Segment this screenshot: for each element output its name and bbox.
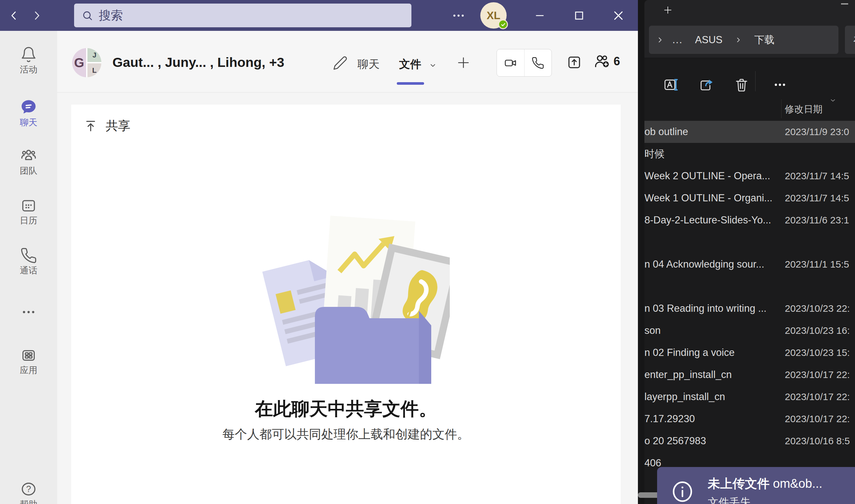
close-button[interactable]	[606, 0, 631, 31]
sidebar-item-calls[interactable]: 通话	[0, 247, 57, 275]
file-row[interactable]	[644, 275, 855, 298]
explorer-minimize-button[interactable]	[841, 3, 848, 4]
chevron-down-icon	[428, 61, 437, 70]
toast-title-rest: om&ob...	[769, 477, 822, 490]
audio-call-button[interactable]	[524, 49, 552, 76]
breadcrumb-item-asus[interactable]: ASUS	[695, 34, 722, 46]
sidebar-item-teams[interactable]: 团队	[0, 147, 57, 175]
avatar-letter-j: J	[87, 48, 101, 62]
share-screen-button[interactable]	[564, 52, 584, 72]
breadcrumb-ellipsis[interactable]: ...	[673, 34, 683, 46]
file-date-modified: 2023/10/23 15:	[785, 347, 850, 358]
toast-title: 未上传文件	[708, 477, 769, 490]
phone-icon	[20, 247, 37, 264]
file-row[interactable]: 时候	[644, 143, 855, 165]
maximize-icon	[573, 9, 586, 22]
maximize-button[interactable]	[566, 0, 592, 31]
delete-button[interactable]	[732, 76, 751, 94]
chat-bubble-icon	[19, 98, 38, 116]
minimize-icon	[533, 9, 546, 22]
file-row[interactable]: 8-Day-2-Lecture-Slides-Yo...2023/11/6 23…	[644, 209, 855, 231]
rename-button[interactable]	[662, 76, 680, 94]
file-row[interactable]: o 20 25679832023/10/16 8:5	[644, 430, 855, 452]
sidebar-item-label: 日历	[20, 216, 37, 225]
see-more-button[interactable]	[771, 76, 789, 94]
file-row[interactable]: Week 1 OUTLINE - Organi...2023/11/7 14:5	[644, 187, 855, 209]
back-button[interactable]	[3, 0, 25, 31]
search-input[interactable]: 搜索	[74, 4, 412, 27]
sidebar-more-button[interactable]	[0, 304, 57, 321]
tab-chat[interactable]: 聊天	[357, 57, 380, 72]
ellipsis-icon	[451, 8, 466, 23]
sidebar-item-activity[interactable]: 活动	[0, 46, 57, 74]
toast-text: 未上传文件 om&ob... 文件丢失	[708, 475, 822, 504]
file-date-modified: 2023/10/17 22:	[785, 369, 850, 380]
column-header-row: 修改日期	[644, 97, 855, 121]
file-row[interactable]: layerpp_install_cn2023/10/17 22:	[644, 386, 855, 408]
empty-state-illustration	[242, 202, 450, 384]
notification-toast[interactable]: 未上传文件 om&ob... 文件丢失	[657, 467, 855, 504]
file-row[interactable]: n 03 Reading into writing ...2023/10/23 …	[644, 298, 855, 320]
file-row[interactable]: enter_pp_install_cn2023/10/17 22:	[644, 364, 855, 386]
file-name: ob outline	[644, 126, 688, 138]
participants-button[interactable]: 6	[593, 52, 620, 70]
file-name: son	[644, 325, 661, 337]
ellipsis-icon	[772, 77, 787, 92]
ellipsis-icon	[20, 304, 37, 321]
add-tab-button[interactable]	[454, 54, 472, 72]
breadcrumb-item-downloads[interactable]: 下载	[754, 33, 774, 47]
file-row[interactable]	[644, 231, 855, 253]
avatar-letter-l: L	[87, 63, 101, 77]
empty-state-title: 在此聊天中共享文件。	[71, 397, 621, 421]
apps-grid-icon	[20, 347, 37, 364]
user-avatar[interactable]: XL	[480, 2, 507, 29]
file-row[interactable]: Week 2 OUTLINE - Opera...2023/11/7 14:5	[644, 165, 855, 187]
explorer-toolbar	[644, 58, 855, 97]
edit-name-button[interactable]	[331, 54, 349, 72]
files-card: 共享	[71, 105, 621, 504]
help-icon: ?	[20, 480, 37, 498]
sidebar-item-chat[interactable]: 聊天	[0, 98, 57, 127]
file-row[interactable]: n 04 Acknowledging sour...2023/11/1 15:5	[644, 253, 855, 275]
video-camera-icon	[504, 56, 517, 70]
sidebar-item-label: 活动	[20, 65, 37, 74]
app-rail: 活动 聊天 团队 日历 通话	[0, 31, 57, 504]
share-button[interactable]: 共享	[84, 118, 130, 134]
share-button[interactable]	[697, 76, 715, 94]
teams-window: 搜索 XL 活动	[0, 0, 638, 504]
explorer-search-text: 在	[853, 33, 855, 47]
group-avatar[interactable]: G J L	[72, 48, 101, 77]
tab-files[interactable]: 文件	[399, 57, 421, 72]
chevron-right-icon	[31, 10, 43, 22]
column-header-date-modified[interactable]: 修改日期	[785, 103, 822, 116]
file-name: 8-Day-2-Lecture-Slides-Yo...	[644, 214, 771, 226]
explorer-search-input[interactable]: 在	[845, 26, 855, 54]
address-bar[interactable]: ... ASUS 下载	[649, 26, 838, 54]
file-row[interactable]: ob outline2023/11/9 23:0	[644, 121, 855, 143]
file-row[interactable]: 7.17.292302023/10/17 22:	[644, 408, 855, 430]
svg-text:?: ?	[26, 484, 31, 494]
sidebar-item-help[interactable]: ? 帮助	[0, 480, 57, 504]
close-icon	[612, 9, 625, 22]
file-row[interactable]: n 02 Finding a voice2023/10/23 15:	[644, 342, 855, 364]
share-box-arrow-icon	[566, 54, 583, 71]
video-call-button[interactable]	[497, 49, 524, 76]
toast-subtitle: 文件丢失	[708, 495, 822, 504]
file-name: n 02 Finding a voice	[644, 347, 734, 359]
forward-button[interactable]	[25, 0, 48, 31]
avatar-initials: XL	[487, 10, 500, 22]
chat-title: Gaut... , Juny... , Lihong, +3	[112, 55, 284, 70]
minimize-button[interactable]	[527, 0, 553, 31]
titlebar-more-button[interactable]	[449, 0, 468, 31]
new-tab-button[interactable]	[660, 3, 676, 17]
file-date-modified: 2023/11/9 23:0	[785, 126, 849, 137]
chevron-right-icon	[734, 36, 743, 44]
sidebar-item-apps[interactable]: 应用	[0, 347, 57, 375]
file-row[interactable]: son2023/10/23 16:	[644, 320, 855, 342]
plus-icon	[456, 55, 471, 70]
tab-overflow-button[interactable]	[427, 59, 439, 71]
sidebar-item-label: 帮助	[20, 500, 37, 504]
chat-header: G J L Gaut... , Juny... , Lihong, +3 聊天 …	[57, 31, 638, 93]
sidebar-item-calendar[interactable]: 日历	[0, 197, 57, 225]
people-group-icon	[20, 147, 37, 164]
